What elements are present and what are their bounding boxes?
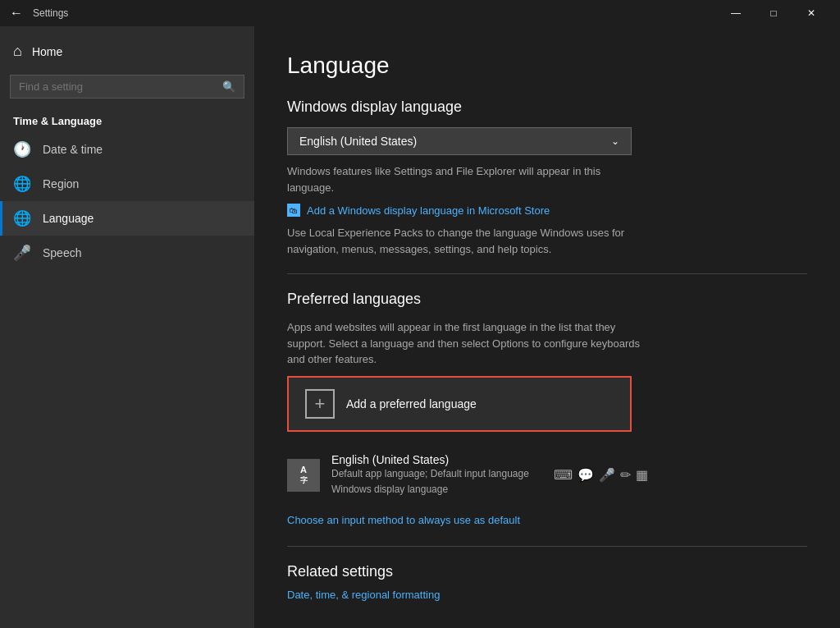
titlebar-title: Settings <box>33 7 717 19</box>
related-settings-title: Related settings <box>287 563 807 580</box>
speech-icon: 🎤 <box>13 244 31 262</box>
titlebar: ← Settings — □ ✕ <box>0 0 840 26</box>
choose-input-text: Choose an input method to always use as … <box>287 514 520 526</box>
sidebar-section-title: Time & Language <box>0 103 254 132</box>
display-language-desc: Windows features like Settings and File … <box>287 163 648 195</box>
sidebar-item-label: Date & time <box>43 143 103 156</box>
sidebar-item-label: Region <box>43 177 79 190</box>
dropdown-value: English (United States) <box>299 135 417 148</box>
related-settings-link[interactable]: Date, time, & regional formatting <box>287 589 807 601</box>
minimize-button[interactable]: — <box>717 0 755 26</box>
home-icon: ⌂ <box>13 43 22 60</box>
sidebar-item-label: Language <box>43 212 94 225</box>
ocr-icon[interactable]: ▦ <box>636 467 648 483</box>
preferred-languages-title: Preferred languages <box>287 291 807 308</box>
mic-icon[interactable]: 🎤 <box>599 467 615 483</box>
chevron-down-icon: ⌄ <box>611 135 619 147</box>
store-link-text: Add a Windows display language in Micros… <box>307 204 550 217</box>
region-icon: 🌐 <box>13 175 31 193</box>
display-language-dropdown[interactable]: English (United States) ⌄ <box>287 127 632 155</box>
maximize-button[interactable]: □ <box>755 0 792 26</box>
back-button[interactable]: ← <box>10 6 23 21</box>
language-sub1: Default app language; Default input lang… <box>331 466 542 482</box>
titlebar-controls: — □ ✕ <box>717 0 830 26</box>
add-preferred-language-button[interactable]: + Add a preferred language <box>287 376 632 432</box>
language-name: English (United States) <box>331 453 542 466</box>
language-details: English (United States) Default app lang… <box>331 453 542 497</box>
sidebar-item-language[interactable]: 🌐 Language <box>0 201 254 236</box>
related-link-text: Date, time, & regional formatting <box>287 589 440 601</box>
sidebar: ⌂ Home 🔍 Time & Language 🕐 Date & time 🌐… <box>0 26 254 628</box>
handwriting-icon[interactable]: ✏ <box>620 467 631 483</box>
main-content: Language Windows display language Englis… <box>254 26 840 628</box>
sidebar-item-region[interactable]: 🌐 Region <box>0 167 254 201</box>
app-body: ⌂ Home 🔍 Time & Language 🕐 Date & time 🌐… <box>0 26 840 628</box>
page-title: Language <box>287 53 807 79</box>
store-desc: Use Local Experience Packs to change the… <box>287 225 648 257</box>
language-az-icon: A字 <box>287 459 320 492</box>
home-label: Home <box>32 45 62 58</box>
store-icon: 🛍 <box>287 204 300 217</box>
language-sub2: Windows display language <box>331 482 542 497</box>
add-lang-label: Add a preferred language <box>346 397 477 410</box>
sidebar-item-date-time[interactable]: 🕐 Date & time <box>0 132 254 167</box>
clock-icon: 🕐 <box>13 140 31 158</box>
windows-display-title: Windows display language <box>287 99 807 116</box>
language-icon: 🌐 <box>13 209 31 227</box>
search-icon: 🔍 <box>222 80 235 93</box>
divider-2 <box>287 546 807 547</box>
preferred-languages-desc: Apps and websites will appear in the fir… <box>287 319 648 368</box>
sidebar-item-speech[interactable]: 🎤 Speech <box>0 236 254 270</box>
search-box[interactable]: 🔍 <box>10 75 244 99</box>
keyboard-icon[interactable]: ⌨ <box>554 467 573 483</box>
store-link[interactable]: 🛍 Add a Windows display language in Micr… <box>287 204 807 217</box>
close-button[interactable]: ✕ <box>792 0 830 26</box>
sidebar-home[interactable]: ⌂ Home <box>0 33 254 70</box>
language-actions: ⌨ 💬 🎤 ✏ ▦ <box>554 467 648 483</box>
search-input[interactable] <box>19 80 216 93</box>
plus-icon: + <box>305 389 335 419</box>
chat-icon[interactable]: 💬 <box>578 467 594 483</box>
divider-1 <box>287 273 807 274</box>
sidebar-item-label: Speech <box>43 246 81 259</box>
choose-input-link[interactable]: Choose an input method to always use as … <box>287 514 807 526</box>
language-entry[interactable]: A字 English (United States) Default app l… <box>287 445 648 506</box>
